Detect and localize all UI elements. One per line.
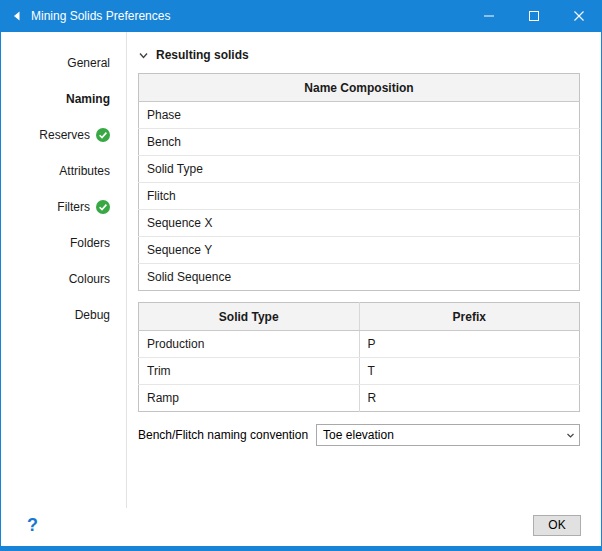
- solid-type-cell[interactable]: Production: [139, 331, 360, 358]
- sidebar-item-general[interactable]: General: [1, 45, 126, 81]
- sidebar-item-label: Reserves: [39, 128, 90, 142]
- ok-button[interactable]: OK: [533, 515, 581, 536]
- name-composition-cell[interactable]: Phase: [139, 102, 580, 129]
- prefix-cell[interactable]: T: [359, 358, 580, 385]
- help-button[interactable]: ?: [27, 515, 38, 536]
- sidebar-item-filters[interactable]: Filters: [1, 189, 126, 225]
- sidebar-item-label: Attributes: [59, 164, 110, 178]
- solid-type-table: Solid Type Prefix Production P Trim T Ra…: [138, 302, 580, 412]
- solid-type-cell[interactable]: Trim: [139, 358, 360, 385]
- name-composition-cell[interactable]: Sequence X: [139, 210, 580, 237]
- prefix-cell[interactable]: P: [359, 331, 580, 358]
- minimize-icon: [484, 11, 494, 21]
- table-row[interactable]: Solid Sequence: [139, 264, 580, 291]
- sidebar-item-attributes[interactable]: Attributes: [1, 153, 126, 189]
- table-row[interactable]: Flitch: [139, 183, 580, 210]
- naming-convention-label: Bench/Flitch naming convention: [138, 428, 308, 442]
- name-composition-cell[interactable]: Sequence Y: [139, 237, 580, 264]
- table-row[interactable]: Sequence X: [139, 210, 580, 237]
- sidebar-item-label: Filters: [57, 200, 90, 214]
- check-icon: [96, 128, 110, 142]
- section-resulting-solids[interactable]: Resulting solids: [138, 48, 580, 62]
- sidebar-item-reserves[interactable]: Reserves: [1, 117, 126, 153]
- footer: ? OK: [1, 508, 601, 546]
- check-icon: [96, 200, 110, 214]
- sidebar-item-label: General: [67, 56, 110, 70]
- table-row[interactable]: Phase: [139, 102, 580, 129]
- main-panel: Resulting solids Name Composition Phase …: [127, 32, 601, 508]
- sidebar-item-folders[interactable]: Folders: [1, 225, 126, 261]
- maximize-icon: [529, 11, 539, 21]
- sidebar: General Naming Reserves Attributes Filte…: [1, 32, 127, 508]
- titlebar[interactable]: Mining Solids Preferences: [1, 0, 601, 32]
- maximize-button[interactable]: [511, 0, 556, 32]
- name-composition-table: Name Composition Phase Bench Solid Type …: [138, 73, 580, 291]
- sidebar-item-label: Naming: [66, 92, 110, 106]
- close-icon: [574, 11, 584, 21]
- sidebar-item-debug[interactable]: Debug: [1, 297, 126, 333]
- table-row[interactable]: Solid Type: [139, 156, 580, 183]
- table-row[interactable]: Ramp R: [139, 385, 580, 412]
- table-row[interactable]: Sequence Y: [139, 237, 580, 264]
- preferences-window: Mining Solids Preferences General Naming…: [0, 0, 602, 551]
- naming-convention-select[interactable]: Toe elevation: [316, 424, 580, 446]
- sidebar-item-label: Debug: [75, 308, 110, 322]
- solid-type-cell[interactable]: Ramp: [139, 385, 360, 412]
- close-button[interactable]: [556, 0, 601, 32]
- solid-type-header: Solid Type: [139, 303, 360, 331]
- name-composition-cell[interactable]: Bench: [139, 129, 580, 156]
- table-row[interactable]: Bench: [139, 129, 580, 156]
- naming-convention-value: Toe elevation: [323, 428, 561, 442]
- naming-convention-row: Bench/Flitch naming convention Toe eleva…: [138, 424, 580, 446]
- table-row[interactable]: Trim T: [139, 358, 580, 385]
- sidebar-item-colours[interactable]: Colours: [1, 261, 126, 297]
- prefix-cell[interactable]: R: [359, 385, 580, 412]
- name-composition-header: Name Composition: [139, 74, 580, 102]
- name-composition-cell[interactable]: Solid Sequence: [139, 264, 580, 291]
- chevron-down-icon: [138, 49, 150, 61]
- table-row[interactable]: Production P: [139, 331, 580, 358]
- prefix-header: Prefix: [359, 303, 580, 331]
- sidebar-item-naming[interactable]: Naming: [1, 81, 126, 117]
- sidebar-item-label: Folders: [70, 236, 110, 250]
- chevron-down-icon: [561, 431, 579, 440]
- section-title: Resulting solids: [156, 48, 249, 62]
- name-composition-cell[interactable]: Solid Type: [139, 156, 580, 183]
- name-composition-cell[interactable]: Flitch: [139, 183, 580, 210]
- window-title: Mining Solids Preferences: [31, 9, 466, 23]
- minimize-button[interactable]: [466, 0, 511, 32]
- window-content: General Naming Reserves Attributes Filte…: [1, 32, 601, 508]
- sidebar-item-label: Colours: [69, 272, 110, 286]
- app-icon: [11, 10, 23, 22]
